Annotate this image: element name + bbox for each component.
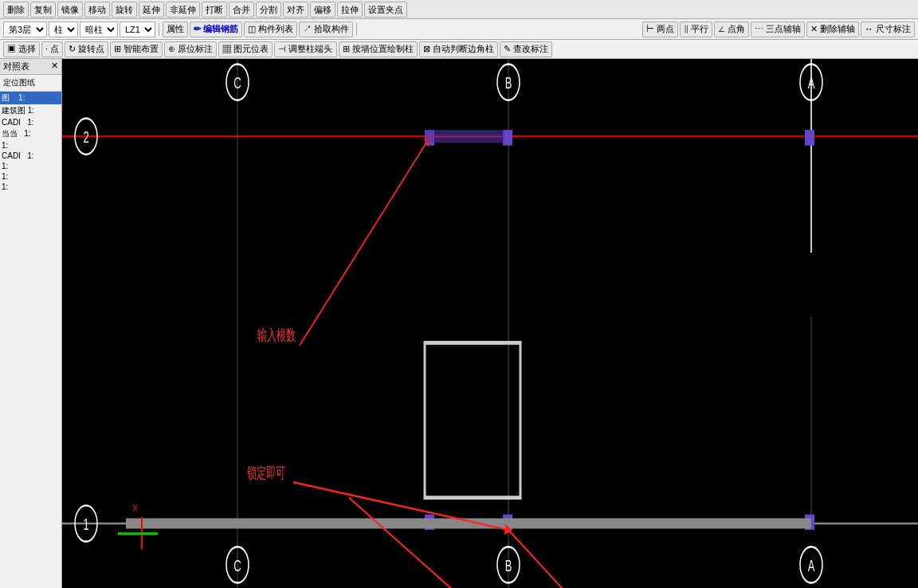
left-item-subtitle: 定位图纸: [2, 76, 60, 89]
tb2-property[interactable]: 属性: [163, 22, 188, 37]
left-item-5[interactable]: CADI 1:: [0, 151, 61, 161]
tb1-mirror[interactable]: 镜像: [57, 2, 83, 18]
tb1-copy[interactable]: 复制: [30, 2, 56, 18]
tb3-point[interactable]: · 点: [41, 41, 63, 57]
element-type-select[interactable]: 柱: [49, 22, 78, 37]
left-item-4[interactable]: 1:: [0, 140, 61, 151]
element-name-select[interactable]: 暗柱: [80, 22, 118, 37]
svg-point-21: [800, 64, 822, 100]
tb3-smart-layout[interactable]: ⊞ 智能布置: [110, 41, 163, 57]
svg-text:锁定即可: 锁定即可: [246, 464, 284, 481]
left-item-8[interactable]: 1:: [0, 182, 61, 192]
tb1-stretch[interactable]: 拉伸: [337, 2, 363, 18]
tb2-three-point[interactable]: ⋯ 三点辅轴: [751, 22, 805, 37]
svg-line-38: [508, 530, 811, 588]
svg-point-27: [800, 547, 822, 582]
tb1-rotate[interactable]: 旋转: [112, 2, 137, 18]
svg-point-19: [497, 64, 520, 100]
tb1-split[interactable]: 分割: [256, 2, 281, 18]
svg-point-17: [226, 64, 249, 100]
tb3-origin-mark[interactable]: ⊕ 原位标注: [164, 41, 217, 57]
tb1-offset[interactable]: 偏移: [310, 2, 335, 18]
tb1-align[interactable]: 对齐: [283, 2, 308, 18]
tb1-break[interactable]: 打断: [202, 2, 227, 18]
svg-rect-9: [425, 515, 434, 530]
left-item-1[interactable]: 建筑图 1:: [0, 104, 61, 117]
tb3-check-mark[interactable]: ✎ 查改标注: [500, 41, 552, 57]
toolbar-row2: 第3层 柱 暗柱 LZ1 属性 ✏ 编辑钢筋 ◫ 构件列表 ↗ 拾取构件 ⊢ 两…: [0, 19, 918, 40]
canvas-area[interactable]: × C B A C B A 2 1 输入根数 锁定即可: [62, 59, 918, 588]
tb1-noextend[interactable]: 非延伸: [166, 2, 200, 18]
left-panel-title: 对照表: [3, 61, 29, 73]
tb2-pick-member[interactable]: ↗ 拾取构件: [299, 22, 353, 37]
svg-rect-12: [805, 130, 814, 145]
tb3-wall-draw[interactable]: ⊞ 按墙位置绘制柱: [339, 41, 418, 57]
tb1-extend[interactable]: 延伸: [139, 2, 164, 18]
main-area: 对照表 ✕ 定位图纸 图 1: 建筑图 1: CADI 1: 当当 1: 1: …: [0, 59, 918, 588]
svg-rect-10: [503, 515, 512, 530]
tb3-adjust-end[interactable]: ⊣ 调整柱端头: [274, 41, 336, 57]
tb2-edit-rebar[interactable]: ✏ 编辑钢筋: [190, 22, 242, 37]
left-panel-close[interactable]: ✕: [51, 61, 58, 73]
svg-text:B: B: [505, 556, 512, 575]
layer-select[interactable]: 第3层: [3, 22, 47, 37]
svg-point-23: [226, 547, 249, 582]
svg-point-25: [497, 547, 520, 582]
svg-text:B: B: [505, 73, 512, 92]
svg-text:C: C: [233, 556, 241, 575]
left-item-0[interactable]: 图 1:: [0, 92, 61, 104]
tb2-two-point[interactable]: ⊢ 两点: [642, 22, 678, 37]
left-panel: 对照表 ✕ 定位图纸 图 1: 建筑图 1: CADI 1: 当当 1: 1: …: [0, 59, 62, 588]
svg-point-29: [75, 118, 97, 154]
tb2-dimension[interactable]: ↔ 尺寸标注: [861, 22, 915, 37]
svg-line-34: [300, 139, 429, 345]
svg-text:C: C: [233, 73, 241, 92]
left-item-3[interactable]: 当当 1:: [0, 127, 61, 140]
toolbar-row1: 删除 复制 镜像 移动 旋转 延伸 非延伸 打断 合并 分割 对齐 偏移 拉伸 …: [0, 0, 918, 19]
tb2-member-list[interactable]: ◫ 构件列表: [244, 22, 297, 37]
svg-text:2: 2: [83, 127, 88, 147]
tb2-delete-axis[interactable]: ✕ 删除辅轴: [806, 22, 859, 37]
svg-text:1: 1: [83, 515, 88, 534]
sep2: [356, 23, 357, 36]
canvas-svg: × C B A C B A 2 1 输入根数 锁定即可: [62, 59, 918, 588]
svg-rect-11: [805, 515, 814, 530]
svg-text:×: ×: [132, 499, 138, 516]
tb1-merge[interactable]: 合并: [229, 2, 254, 18]
svg-rect-7: [425, 130, 434, 145]
tb3-select[interactable]: ▣ 选择: [3, 41, 40, 57]
tb2-parallel[interactable]: ∥ 平行: [680, 22, 712, 37]
left-panel-section: 定位图纸: [0, 75, 61, 92]
left-item-2[interactable]: CADI 1:: [0, 117, 61, 127]
svg-rect-8: [503, 130, 512, 145]
toolbar-row3: ▣ 选择 · 点 ↻ 旋转点 ⊞ 智能布置 ⊕ 原位标注 ▦ 图元位表 ⊣ 调整…: [0, 40, 918, 59]
svg-rect-6: [425, 343, 520, 497]
left-panel-header: 对照表 ✕: [0, 59, 61, 75]
svg-line-36: [293, 482, 508, 530]
svg-rect-39: [425, 130, 504, 143]
left-item-7[interactable]: 1:: [0, 171, 61, 182]
tb1-move[interactable]: 移动: [84, 2, 110, 18]
sep1: [159, 23, 159, 36]
tb3-rotate-point[interactable]: ↻ 旋转点: [65, 41, 108, 57]
svg-text:A: A: [808, 556, 815, 575]
tb3-auto-corner[interactable]: ⊠ 自动判断边角柱: [419, 41, 498, 57]
tb1-setpoint[interactable]: 设置夹点: [364, 2, 407, 18]
svg-text:A: A: [808, 73, 815, 92]
svg-text:输入根数: 输入根数: [257, 326, 296, 343]
code-select[interactable]: LZ1: [120, 22, 155, 37]
tb1-delete[interactable]: 删除: [3, 2, 29, 18]
left-item-6[interactable]: 1:: [0, 161, 61, 171]
svg-point-31: [75, 505, 97, 541]
tb3-element-table[interactable]: ▦ 图元位表: [218, 41, 273, 57]
tb2-point-angle[interactable]: ∠ 点角: [714, 22, 749, 37]
svg-line-37: [349, 498, 755, 588]
